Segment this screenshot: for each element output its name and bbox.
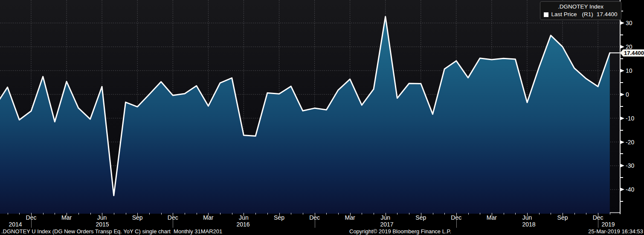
year-divider-line [598, 220, 598, 228]
legend-series-row[interactable]: Last Price(R1)17.4400 [544, 11, 617, 18]
x-axis-month-label: Jun [97, 214, 107, 221]
x-axis: DecMarJunSepDecMarJunSepDecMarJunSepDecM… [0, 213, 620, 228]
y-tick-arrow-icon [621, 93, 624, 96]
y-axis-label: 20 [626, 43, 632, 50]
y-axis: 17.4400 3020100-10-20-30-40 [620, 0, 644, 214]
x-axis-tick [232, 213, 232, 215]
y-minor-tick [621, 106, 623, 107]
y-minor-tick [621, 177, 623, 178]
x-axis-month-label: Jun [239, 214, 249, 221]
x-axis-tick [468, 213, 469, 215]
price-area-chart[interactable] [0, 0, 620, 214]
y-axis-label: -40 [626, 186, 634, 193]
x-axis-tick [397, 213, 397, 215]
x-axis-tick [515, 213, 516, 215]
last-price-tag: 17.4400 [620, 49, 644, 57]
copyright-text: Copyright© 2019 Bloomberg Finance L.P. [349, 228, 451, 235]
x-axis-tick [480, 213, 480, 215]
x-axis-tick [149, 213, 150, 215]
x-axis-year-label: 2018 [522, 221, 535, 228]
year-divider-line [31, 220, 32, 228]
y-axis-label: -20 [626, 139, 634, 146]
y-axis-label: -10 [626, 115, 634, 122]
year-divider-line [315, 220, 315, 228]
x-axis-tick [374, 213, 374, 215]
x-axis-tick [43, 213, 44, 215]
x-axis-tick [539, 213, 540, 215]
x-axis-tick [114, 213, 114, 215]
x-axis-tick [185, 213, 185, 215]
x-axis-tick [126, 213, 126, 215]
x-axis-tick [551, 213, 551, 215]
x-axis-tick [8, 213, 8, 215]
timestamp: 25-Mar-2019 16:34:53 [588, 228, 643, 235]
y-axis-label: -30 [626, 162, 634, 169]
year-divider-line [456, 220, 457, 228]
x-axis-tick [574, 213, 575, 215]
x-axis-month-label: Sep [415, 214, 426, 221]
year-divider-line [173, 220, 173, 228]
x-axis-tick [161, 213, 162, 215]
x-axis-year-label: 2014 [9, 221, 22, 228]
x-axis-tick [362, 213, 362, 215]
y-axis-label: 10 [626, 67, 632, 74]
x-axis-year-label: 2016 [236, 221, 249, 228]
y-axis-label: 30 [626, 20, 632, 26]
x-axis-tick [19, 213, 20, 215]
x-axis-tick [303, 213, 303, 215]
x-axis-month-label: Jun [522, 214, 532, 221]
y-minor-tick [621, 82, 623, 83]
x-axis-year-label: 2017 [380, 221, 393, 228]
y-minor-tick [621, 153, 623, 154]
legend-series-label: Last Price [551, 11, 577, 18]
x-axis-tick [197, 213, 197, 215]
x-axis-tick [220, 213, 220, 215]
y-minor-tick [621, 130, 623, 131]
x-axis-tick [338, 213, 339, 215]
y-tick-arrow-icon [621, 69, 624, 72]
x-axis-year-label: 2019 [601, 221, 615, 228]
chart-canvas[interactable] [0, 0, 620, 214]
y-tick-arrow-icon [621, 117, 624, 120]
x-axis-tick [55, 213, 55, 215]
legend-last-value: 17.4400 [597, 11, 618, 18]
y-tick-arrow-icon [621, 188, 624, 191]
x-axis-month-label: Jun [380, 214, 390, 221]
y-minor-tick [621, 201, 623, 202]
x-axis-tick [267, 213, 268, 215]
x-axis-tick [90, 213, 91, 215]
y-axis-label: 0 [626, 91, 629, 98]
x-axis-tick [291, 213, 291, 215]
x-axis-month-label: Sep [557, 214, 568, 221]
x-axis-month-label: Mar [345, 214, 355, 221]
x-axis-month-label: Sep [132, 214, 143, 221]
y-tick-arrow-icon [621, 21, 624, 25]
y-tick-arrow-icon [621, 164, 624, 167]
x-axis-tick [255, 213, 256, 215]
x-axis-tick [433, 213, 433, 215]
chart-description: .DGNOTEY U Index (DG New Orders Transp E… [1, 228, 222, 235]
x-axis-tick [78, 213, 79, 215]
status-bar: .DGNOTEY U Index (DG New Orders Transp E… [0, 228, 644, 235]
x-axis-month-label: Mar [487, 214, 497, 221]
x-axis-tick [610, 213, 610, 215]
legend-title: .DGNOTEY Index [558, 3, 603, 11]
x-axis-tick [326, 213, 327, 215]
x-axis-month-label: Mar [61, 214, 72, 221]
x-axis-month-label: Mar [203, 214, 213, 221]
bloomberg-chart-window: .DGNOTEY Index Last Price(R1)17.4400 17.… [0, 0, 644, 235]
legend-axis-ref: (R1) [582, 11, 593, 18]
x-axis-tick [586, 213, 586, 215]
y-minor-tick [621, 34, 623, 35]
x-axis-tick [409, 213, 409, 215]
x-axis-month-label: Sep [274, 214, 284, 221]
x-axis-year-label: 2015 [96, 221, 109, 228]
y-minor-tick [621, 58, 623, 59]
y-tick-arrow-icon [621, 140, 624, 144]
legend-box[interactable]: .DGNOTEY Index Last Price(R1)17.4400 [540, 1, 621, 20]
x-axis-tick [504, 213, 504, 215]
y-tick-arrow-icon [621, 45, 624, 49]
y-axis-line [620, 0, 621, 214]
series-swatch-icon [544, 12, 548, 17]
x-axis-tick [444, 213, 445, 215]
